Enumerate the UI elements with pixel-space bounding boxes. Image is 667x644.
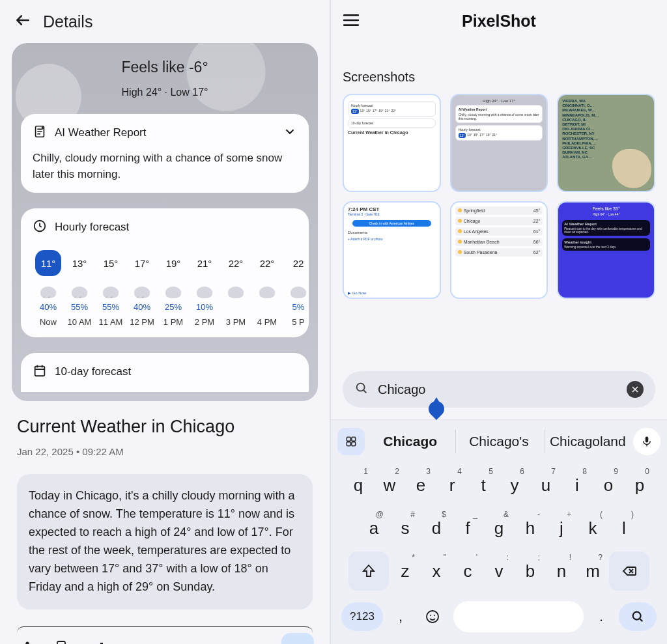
key-l[interactable]: )l [609,509,639,548]
cloud-icon [228,287,244,298]
page-title: Details [43,12,92,31]
suggestion[interactable]: Chicago's [455,430,541,453]
hour-temp: 22 [285,250,311,276]
shift-key[interactable] [348,552,389,591]
cloud-icon [165,287,181,298]
ai-card-title: AI Weather Report [55,126,146,139]
hourly-title: Hourly forecast [55,221,129,234]
hour-label: Now [33,317,64,327]
hour-temp: 15° [98,250,124,276]
hour-precip [251,302,283,312]
hour-col[interactable]: 15° 55% 11 AM [95,250,126,327]
key-r[interactable]: 4r [437,466,467,505]
clipboard-icon[interactable] [337,428,365,455]
hour-col[interactable]: 22 5% 5 P [283,250,314,327]
hour-col[interactable]: 21° 10% 2 PM [189,250,220,327]
key-z[interactable]: *z [390,552,420,591]
hour-temp: 22° [223,250,249,276]
tenday-forecast-card[interactable]: 10-day forecast [21,353,309,392]
suggestion[interactable]: Chicago [367,430,453,453]
hour-label: 1 PM [158,317,189,327]
hour-col[interactable]: 13° 55% 10 AM [64,250,95,327]
section-label: Screenshots [331,42,667,94]
key-j[interactable]: +j [546,509,576,548]
screenshot-thumb[interactable]: Hourly forecast 11° 13°15°17°19°21°22° 1… [343,94,441,192]
key-i[interactable]: 8i [562,466,592,505]
article-timestamp: Jan 22, 2025 • 09:22 AM [17,446,313,457]
back-icon[interactable] [14,12,31,31]
key-n[interactable]: !n [546,552,576,591]
key-t[interactable]: 5t [468,466,498,505]
hour-col[interactable]: 11° 40% Now [33,250,64,327]
key-d[interactable]: $d [421,509,451,548]
article-summary: Today in Chicago, it's a chilly cloudy m… [17,474,313,609]
period-key[interactable]: . [590,597,612,636]
key-s[interactable]: #s [390,509,420,548]
space-key[interactable] [453,601,584,632]
hour-temp: 22° [254,250,280,276]
key-q[interactable]: 1q [343,466,373,505]
hour-precip: 40% [33,302,64,312]
svg-point-14 [430,615,431,616]
copy-icon[interactable] [55,640,70,644]
screenshot-thumb[interactable]: Springfield45°Chicago22°Los Angeles61°Ma… [450,201,548,300]
hour-col[interactable]: 22° 3 PM [220,250,251,327]
key-v[interactable]: :v [484,552,514,591]
cloud-icon [291,287,306,298]
key-h[interactable]: -h [515,509,545,548]
hour-col[interactable]: 19° 25% 1 PM [158,250,189,327]
svg-rect-11 [352,442,356,446]
screenshot-thumb[interactable]: Feels like 35° High 64° · Low 44° AI Wea… [557,201,655,300]
comma-key[interactable]: , [390,597,412,636]
emoji-key[interactable] [418,597,447,636]
hour-label: 4 PM [251,317,283,327]
add-button[interactable] [281,633,314,644]
key-a[interactable]: @a [359,509,389,548]
key-w[interactable]: 2w [375,466,404,505]
snow-cloud-icon [134,287,150,298]
key-x[interactable]: "x [421,552,451,591]
search-key[interactable] [619,602,657,631]
next-card-peek [17,626,313,633]
screenshot-thumb[interactable]: VIERRA, WACINCINNATI, O…MILWAUKEE, W…MIN… [557,94,655,192]
svg-point-13 [427,611,438,623]
trash-icon[interactable] [94,640,109,644]
mic-icon[interactable] [633,428,660,455]
bottom-toolbar [0,633,330,644]
search-input[interactable]: Chicago [343,371,655,408]
suggestion[interactable]: Chicagoland [545,430,631,453]
svg-rect-10 [347,442,350,446]
key-y[interactable]: 6y [500,466,530,505]
hour-col[interactable]: 22° 4 PM [251,250,283,327]
key-f[interactable]: _f [453,509,483,548]
key-k[interactable]: (k [578,509,608,548]
hourly-forecast-card[interactable]: Hourly forecast 11° 40% Now13° 55% 10 AM… [21,208,309,337]
key-o[interactable]: 9o [593,466,623,505]
key-c[interactable]: 'c [453,552,483,591]
weather-hero: Feels like -6° High 24° · Low 17° AI Wea… [12,43,318,401]
high-low: High 24° · Low 17° [21,87,309,98]
hour-col[interactable]: 17° 40% 12 PM [126,250,158,327]
screenshot-thumb[interactable]: 7:24 PM CST Terminal 3 · Gate H16 Check … [343,201,441,300]
chevron-down-icon[interactable] [283,124,297,141]
key-u[interactable]: 7u [531,466,561,505]
hour-temp: 17° [129,250,155,276]
tenday-title: 10-day forecast [55,365,131,378]
screenshot-thumb[interactable]: High 24° · Low 17° AI Weather Report Chi… [450,94,548,192]
key-g[interactable]: &g [484,509,514,548]
symbols-key[interactable]: ?123 [341,602,383,631]
text-handle-icon[interactable] [429,400,444,415]
hour-precip [220,302,251,312]
share-icon[interactable] [16,640,31,644]
ai-weather-card[interactable]: AI Weather Report Chilly, cloudy morning… [21,114,309,193]
key-p[interactable]: 0p [625,466,655,505]
menu-icon[interactable] [343,14,360,29]
app-title: PixelShot [360,12,638,31]
key-b[interactable]: ;b [515,552,545,591]
key-e[interactable]: 3e [406,466,436,505]
key-m[interactable]: ?m [578,552,608,591]
hour-precip: 5% [283,302,314,312]
backspace-key[interactable] [609,552,649,591]
clear-button[interactable] [627,381,644,398]
hour-label: 11 AM [95,317,126,327]
